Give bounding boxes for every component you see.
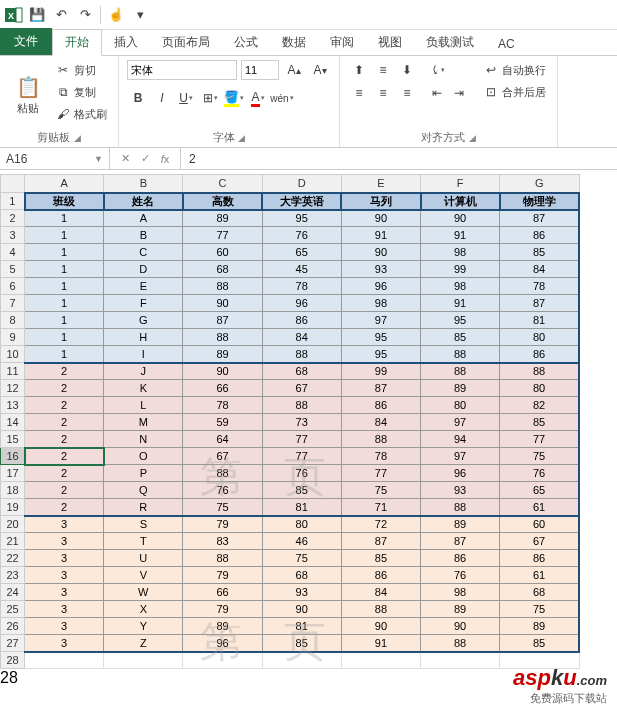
cell[interactable]: 90 bbox=[341, 618, 420, 635]
row-header[interactable]: 20 bbox=[1, 516, 25, 533]
row-header[interactable]: 22 bbox=[1, 550, 25, 567]
cell[interactable]: W bbox=[104, 584, 183, 601]
cell[interactable]: 2 bbox=[25, 431, 104, 448]
row-header[interactable]: 28 bbox=[1, 652, 25, 669]
cell[interactable]: 77 bbox=[262, 448, 341, 465]
cell[interactable]: 1 bbox=[25, 329, 104, 346]
cell[interactable]: 95 bbox=[421, 312, 500, 329]
cell[interactable]: 88 bbox=[183, 465, 262, 482]
cell[interactable]: 77 bbox=[500, 431, 579, 448]
cell[interactable]: 76 bbox=[421, 567, 500, 584]
increase-font-button[interactable]: A▴ bbox=[283, 60, 305, 80]
row-header[interactable]: 5 bbox=[1, 261, 25, 278]
decrease-font-button[interactable]: A▾ bbox=[309, 60, 331, 80]
row-header[interactable]: 11 bbox=[1, 363, 25, 380]
cell[interactable]: 59 bbox=[183, 414, 262, 431]
tab-ac[interactable]: AC bbox=[486, 33, 527, 55]
cell[interactable]: 3 bbox=[25, 635, 104, 652]
cell[interactable]: 96 bbox=[183, 635, 262, 652]
cell[interactable]: 68 bbox=[183, 261, 262, 278]
tab-file[interactable]: 文件 bbox=[0, 28, 52, 55]
cell[interactable]: 90 bbox=[421, 618, 500, 635]
underline-button[interactable]: U bbox=[175, 88, 197, 108]
cell[interactable]: 66 bbox=[183, 380, 262, 397]
border-button[interactable]: ⊞ bbox=[199, 88, 221, 108]
cell[interactable]: 86 bbox=[500, 550, 579, 567]
cell[interactable]: M bbox=[104, 414, 183, 431]
cell[interactable]: 88 bbox=[183, 329, 262, 346]
row-header[interactable]: 12 bbox=[1, 380, 25, 397]
cell[interactable]: 68 bbox=[262, 363, 341, 380]
name-box[interactable]: A16▼ bbox=[0, 148, 110, 169]
cell[interactable] bbox=[183, 652, 262, 669]
cell[interactable]: U bbox=[104, 550, 183, 567]
cell[interactable]: 90 bbox=[183, 295, 262, 312]
cell[interactable]: 68 bbox=[500, 584, 579, 601]
cell[interactable]: 87 bbox=[183, 312, 262, 329]
select-all-corner[interactable] bbox=[1, 175, 25, 193]
cell[interactable]: 86 bbox=[262, 312, 341, 329]
cell[interactable]: 78 bbox=[341, 448, 420, 465]
cell[interactable]: 物理学 bbox=[500, 193, 579, 210]
cell[interactable]: 3 bbox=[25, 516, 104, 533]
row-header[interactable]: 3 bbox=[1, 227, 25, 244]
font-size-select[interactable] bbox=[241, 60, 279, 80]
cell[interactable]: 72 bbox=[341, 516, 420, 533]
cell[interactable]: 73 bbox=[262, 414, 341, 431]
cell[interactable]: 79 bbox=[183, 516, 262, 533]
cell[interactable]: 78 bbox=[183, 397, 262, 414]
cell[interactable]: 80 bbox=[421, 397, 500, 414]
cell[interactable]: 高数 bbox=[183, 193, 262, 210]
cell[interactable]: 96 bbox=[262, 295, 341, 312]
cell[interactable]: 89 bbox=[421, 601, 500, 618]
cell[interactable]: 90 bbox=[341, 210, 420, 227]
cell[interactable]: 91 bbox=[421, 227, 500, 244]
cell[interactable]: 93 bbox=[262, 584, 341, 601]
cell[interactable]: 75 bbox=[262, 550, 341, 567]
undo-button[interactable]: ↶ bbox=[50, 4, 72, 26]
cell[interactable]: 96 bbox=[421, 465, 500, 482]
bold-button[interactable]: B bbox=[127, 88, 149, 108]
cell[interactable]: 86 bbox=[421, 550, 500, 567]
cell[interactable]: 91 bbox=[341, 635, 420, 652]
cell[interactable]: 88 bbox=[262, 397, 341, 414]
cell[interactable]: 65 bbox=[500, 482, 579, 499]
cell[interactable]: 87 bbox=[341, 380, 420, 397]
cell[interactable]: 2 bbox=[25, 380, 104, 397]
tab-layout[interactable]: 页面布局 bbox=[150, 30, 222, 55]
cell[interactable]: P bbox=[104, 465, 183, 482]
cell[interactable]: 61 bbox=[500, 567, 579, 584]
cell[interactable]: 89 bbox=[183, 618, 262, 635]
column-header[interactable]: D bbox=[262, 175, 341, 193]
tab-view[interactable]: 视图 bbox=[366, 30, 414, 55]
cell[interactable]: 82 bbox=[500, 397, 579, 414]
cell[interactable]: 81 bbox=[500, 312, 579, 329]
cell[interactable]: 71 bbox=[341, 499, 420, 516]
touch-mode-button[interactable]: ☝ bbox=[105, 4, 127, 26]
cell[interactable] bbox=[421, 652, 500, 669]
cell[interactable] bbox=[341, 652, 420, 669]
cell[interactable]: 97 bbox=[421, 414, 500, 431]
row-header[interactable]: 21 bbox=[1, 533, 25, 550]
cell[interactable]: 88 bbox=[500, 363, 579, 380]
cell[interactable]: 3 bbox=[25, 567, 104, 584]
cell[interactable]: 99 bbox=[421, 261, 500, 278]
cell[interactable]: 46 bbox=[262, 533, 341, 550]
cell[interactable]: 89 bbox=[183, 210, 262, 227]
cell[interactable]: 98 bbox=[421, 584, 500, 601]
merge-button[interactable]: ⊡合并后居 bbox=[480, 82, 549, 102]
cell[interactable]: D bbox=[104, 261, 183, 278]
cell[interactable]: 87 bbox=[500, 295, 579, 312]
cell[interactable]: 84 bbox=[500, 261, 579, 278]
cell[interactable]: E bbox=[104, 278, 183, 295]
cell[interactable]: 60 bbox=[183, 244, 262, 261]
font-dialog-launcher[interactable]: ◢ bbox=[238, 133, 245, 143]
cell[interactable]: 81 bbox=[262, 618, 341, 635]
cell[interactable]: 61 bbox=[500, 499, 579, 516]
cell[interactable]: B bbox=[104, 227, 183, 244]
cell[interactable]: 85 bbox=[500, 414, 579, 431]
cell[interactable]: 3 bbox=[25, 601, 104, 618]
cell[interactable]: 87 bbox=[341, 533, 420, 550]
row-header[interactable]: 19 bbox=[1, 499, 25, 516]
tab-home[interactable]: 开始 bbox=[52, 29, 102, 56]
